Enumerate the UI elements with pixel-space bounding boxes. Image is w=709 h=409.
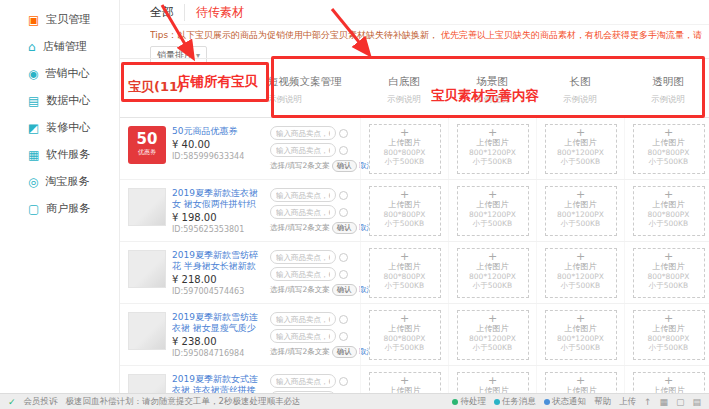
copy-hint: 选择/填写2条文案 [270,347,330,357]
upload-image-button[interactable]: +上传图片800*800PX小于500KB [369,310,441,360]
radio-icon[interactable] [339,332,348,341]
statusbar-item[interactable]: 会员投诉 [24,396,58,408]
statusbar-icon[interactable]: ▦ [659,397,668,407]
selling-point-input[interactable] [270,126,336,140]
selling-point-row [270,205,359,219]
plus-icon: + [458,375,528,386]
radio-icon[interactable] [339,377,348,386]
upload-image-button[interactable]: +上传图片800*1200PX小于500KB [545,186,617,236]
radio-icon[interactable] [339,315,348,324]
copy-hint: 选择/填写2条文案 [270,161,330,171]
statusbar-icon[interactable]: ↑ [644,397,652,407]
upload-image-button[interactable]: +上传图片800*800PX小于500KB [633,124,705,174]
upload-size: 800*800PX [370,210,440,219]
sidebar-item-dianpu[interactable]: ⌂店铺管理 [28,33,119,60]
sidebar-item-yingxiao[interactable]: ◉营销中心 [28,60,119,87]
product-title-link[interactable]: 2019夏季新款连衣裙女 裙女假两件拼针织衫半袖连衣裙 [172,188,264,210]
upload-size: 800*800PX [634,272,704,281]
confirm-button[interactable]: 确认 [332,160,357,172]
column-header-sub-link[interactable]: 示例说明 [624,94,709,106]
upload-size: 800*800PX [370,148,440,157]
sidebar-item-ruanjian[interactable]: ▦软件服务 [28,141,119,168]
upload-image-button[interactable]: +上传图片800*1200PX小于500KB [457,310,529,360]
product-thumbnail [128,188,166,226]
column-header-transparent: 透明图示例说明 [624,59,709,117]
statusbar-item[interactable]: 帮助 [594,396,611,408]
tips-banner: Tips：以下宝贝展示的商品为促销使用中部分宝贝素材缺失待补缺换新， 优先完善以… [150,29,702,41]
selling-point-input[interactable] [270,267,336,281]
column-header-sub-link[interactable]: 示例说明 [448,94,536,106]
upload-image-button[interactable]: +上传图片800*800PX小于500KB [633,372,705,393]
upload-text: 上传图片 [458,138,528,148]
product-title-link[interactable]: 50元商品优惠券 [172,126,244,137]
upload-image-button[interactable]: +上传图片800*1200PX小于500KB [457,124,529,174]
confirm-button[interactable]: 确认 [332,222,357,234]
tab-pending-material[interactable]: 待传素材 [184,4,244,21]
column-header-sub-link[interactable]: 示例说明 [360,94,448,106]
upload-limit: 小于500KB [458,343,528,352]
radio-icon[interactable] [339,270,348,279]
column-header-copy-sub-link[interactable]: 示例说明 [268,94,360,106]
selling-point-input[interactable] [270,205,336,219]
upload-cell-transparent: +上传图片800*800PX小于500KB [624,242,709,303]
upload-cell-whitebg: +上传图片800*800PX小于500KB [360,118,448,179]
product-title-link[interactable]: 2019夏季新款雪纺碎花 半身裙女长裙新款网纱裙 [172,250,264,272]
upload-text: 上传图片 [634,386,704,393]
tao-icon: ◎ [28,176,38,188]
copy-cell: 选择/填写2条文案确认取消 [268,118,360,179]
radio-icon[interactable] [339,191,348,200]
selling-point-input[interactable] [270,250,336,264]
upload-image-button[interactable]: +上传图片800*1200PX小于500KB [545,248,617,298]
statusbar-item[interactable]: 极速回血补偿计划：请勿随意提交工单，2秒极速处理顺丰必达 [66,396,301,408]
upload-image-button[interactable]: +上传图片800*800PX小于500KB [633,310,705,360]
sidebar-item-shanghu[interactable]: ▢商户服务 [28,195,119,222]
upload-image-button[interactable]: +上传图片800*1200PX小于500KB [457,372,529,393]
product-title-link[interactable]: 2019夏季新款女式连衣裙 连衣裙蕾丝拼接中长款 [172,374,264,393]
upload-image-button[interactable]: +上传图片800*1200PX小于500KB [545,372,617,393]
statusbar-icon[interactable]: ▤ [692,397,701,407]
upload-image-button[interactable]: +上传图片800*800PX小于500KB [369,124,441,174]
statusbar-item[interactable]: 任务消息 [494,396,536,408]
upload-cell-long: +上传图片800*1200PX小于500KB [536,118,624,179]
sidebar-item-taobao[interactable]: ◎淘宝服务 [28,168,119,195]
radio-icon[interactable] [339,208,348,217]
sidebar-item-baobei[interactable]: ▣宝贝管理 [28,6,119,33]
upload-image-button[interactable]: +上传图片800*1200PX小于500KB [457,186,529,236]
tab-all[interactable]: 全部 [150,4,174,21]
upload-image-button[interactable]: +上传图片800*800PX小于500KB [369,186,441,236]
column-header-label: 白底图 [360,75,448,89]
upload-limit: 小于500KB [458,219,528,228]
sidebar-item-zhuangxiu[interactable]: ◩装修中心 [28,114,119,141]
radio-icon[interactable] [339,253,348,262]
upload-image-button[interactable]: +上传图片800*1200PX小于500KB [545,124,617,174]
table-row: 2019夏季新款女式连衣裙 连衣裙蕾丝拼接中长款选择/填写2条文案确认取消+上传… [120,366,709,393]
upload-size: 800*800PX [370,272,440,281]
upload-image-button[interactable]: +上传图片800*1200PX小于500KB [457,248,529,298]
upload-cell-whitebg: +上传图片800*800PX小于500KB [360,242,448,303]
upload-text: 上传图片 [458,200,528,210]
confirm-button[interactable]: 确认 [332,284,357,296]
statusbar-item[interactable]: 上传 [619,396,636,408]
selling-point-input[interactable] [270,143,336,157]
upload-image-button[interactable]: +上传图片800*800PX小于500KB [369,372,441,393]
selling-point-input[interactable] [270,374,336,388]
column-header-sub-link[interactable]: 示例说明 [536,94,624,106]
upload-image-button[interactable]: +上传图片800*800PX小于500KB [633,186,705,236]
upload-cell-scene: +上传图片800*1200PX小于500KB [448,242,536,303]
selling-point-row [270,126,359,140]
product-title-link[interactable]: 2019夏季新款雪纺连衣裙 裙女显瘦气质少女风长裙 [172,312,264,334]
sidebar-item-label: 数据中心 [46,93,90,108]
selling-point-input[interactable] [270,312,336,326]
sidebar-item-shuju[interactable]: ▤数据中心 [28,87,119,114]
upload-image-button[interactable]: +上传图片800*800PX小于500KB [369,248,441,298]
statusbar-icon[interactable]: ▢ [676,397,685,407]
selling-point-input[interactable] [270,188,336,202]
upload-image-button[interactable]: +上传图片800*800PX小于500KB [633,248,705,298]
confirm-button[interactable]: 确认 [332,346,357,358]
radio-icon[interactable] [339,129,348,138]
selling-point-input[interactable] [270,329,336,343]
upload-image-button[interactable]: +上传图片800*1200PX小于500KB [545,310,617,360]
statusbar-item[interactable]: 状态通知 [544,396,586,408]
statusbar-item[interactable]: 待处理 [452,396,486,408]
radio-icon[interactable] [339,146,348,155]
